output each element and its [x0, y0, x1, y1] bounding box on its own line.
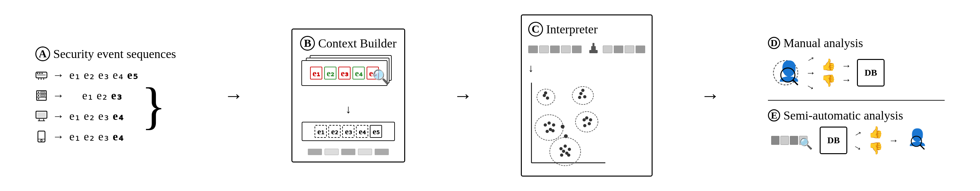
svg-point-48: [585, 116, 588, 120]
arrows-spread-e: → →: [853, 128, 863, 153]
arrow-c-to-de: →: [700, 85, 720, 107]
arrow-right-d: →: [806, 67, 816, 78]
card-front: e₁ e₂ e₃ e₄ e₅ 🔍: [301, 60, 388, 86]
arrow-to-db-2: →: [842, 74, 851, 85]
cluster-2: [570, 83, 596, 108]
section-d-letter: D: [768, 37, 780, 49]
arrow-2: →: [53, 89, 64, 102]
arrow-to-db-1: →: [842, 60, 851, 71]
section-c-title: C Interpreter: [528, 22, 598, 36]
seq-2: e₁ e₂ e₃: [69, 89, 122, 102]
section-de: D Manual analysis 👤: [768, 36, 945, 155]
section-d-content: 👤 → → → 👍 👎: [771, 53, 885, 92]
section-b: B Context Builder e₁ e₂ e₃ e₄ e₅ 🔍 ↓: [291, 28, 405, 163]
svg-rect-15: [40, 95, 45, 96]
section-c: C Interpreter: [521, 14, 652, 177]
arrow-4: →: [53, 130, 64, 143]
tablet-icon: [35, 130, 48, 143]
ibar-r2: [614, 46, 624, 53]
svg-point-47: [588, 122, 591, 125]
svg-point-36: [581, 89, 584, 92]
section-e-label: Semi-automatic analysis: [783, 108, 903, 122]
arrows-spread-d: → → →: [806, 53, 816, 92]
merged-card: e₁ e₂ e₃ e₄ e₅: [302, 122, 395, 141]
thumb-icons-d: 👍 👎: [821, 58, 836, 87]
arrow-to-human-e: →: [889, 135, 898, 146]
merged-e3: e₃: [342, 125, 355, 138]
down-arrow-b: ↓: [345, 103, 351, 116]
ibar-4: [561, 46, 571, 53]
svg-point-59: [567, 153, 570, 157]
down-arrow-c: ↓: [528, 62, 534, 74]
thumb-icons-e: 👍 👎: [869, 126, 883, 155]
stacked-cards: e₁ e₂ e₃ e₄ e₅ 🔍: [300, 55, 396, 97]
stamp-icon: [588, 42, 599, 57]
seq-1: e₁ e₂ e₃ e₄ e₅: [69, 68, 138, 82]
stamp-svg: [588, 42, 599, 54]
seq-3: e₁ e₂ e₃ e₄: [69, 109, 124, 123]
bar-2: [325, 149, 339, 155]
merged-e2: e₂: [328, 125, 340, 138]
human-magnifier-e: 👤: [904, 129, 927, 152]
svg-line-63: [793, 80, 797, 85]
svg-point-54: [559, 147, 563, 150]
svg-point-49: [589, 118, 592, 122]
cluster-area: [528, 79, 609, 169]
ibar-r1: [603, 46, 612, 53]
section-divider: [768, 100, 945, 101]
bar-1: [308, 149, 322, 155]
seq-4: e₁ e₂ e₃ e₄: [69, 130, 124, 143]
semi-bars: 🔍: [771, 136, 807, 145]
section-e-title: E Semi-automatic analysis: [768, 108, 927, 122]
svg-point-5: [37, 73, 38, 74]
db-label-d: DB: [865, 68, 877, 78]
svg-point-53: [550, 137, 581, 166]
svg-point-12: [38, 95, 39, 96]
ibar-3: [550, 46, 560, 53]
arrow-3: →: [53, 109, 64, 123]
svg-point-6: [39, 73, 40, 74]
interp-bars: [528, 46, 582, 53]
arrow-b-to-c: →: [453, 85, 473, 107]
semi-bar-1: [771, 136, 780, 145]
event-row-1: → e₁ e₂ e₃ e₄ e₅: [35, 68, 138, 82]
section-a-label: Security event sequences: [53, 47, 176, 61]
thumbup-e: 👍: [869, 126, 883, 139]
merged-e5: e₅: [370, 125, 382, 138]
section-e-letter: E: [768, 109, 780, 122]
svg-point-46: [582, 118, 586, 122]
event-e3-red: e₃: [338, 67, 350, 79]
section-a: A Security event sequences: [35, 46, 176, 145]
event-rows: → e₁ e₂ e₃ e₄ e₅ →: [35, 67, 138, 145]
section-b-label: Context Builder: [318, 36, 396, 51]
section-e: E Semi-automatic analysis 🔍 DB: [768, 108, 927, 155]
desktop-icon: [35, 110, 48, 122]
semi-bar-3: [790, 136, 798, 145]
arrow-up-right-d: →: [804, 52, 818, 66]
db-shape-d: DB: [857, 59, 885, 87]
svg-point-32: [544, 92, 547, 95]
svg-rect-14: [40, 92, 45, 93]
svg-line-65: [920, 145, 924, 149]
main-diagram: A Security event sequences: [0, 0, 980, 191]
svg-point-44: [551, 129, 555, 133]
svg-point-7: [41, 73, 43, 74]
ibar-2: [539, 46, 549, 53]
bar-3: [341, 149, 355, 155]
svg-point-45: [576, 112, 598, 132]
event-e5-wrapper: e₅ 🔍: [367, 67, 379, 79]
section-b-title: B Context Builder: [300, 36, 396, 51]
ibar-1: [528, 46, 538, 53]
event-e1-red: e₁: [310, 67, 322, 79]
svg-point-35: [583, 95, 586, 98]
magnifier-human: 👤: [771, 58, 800, 87]
cluster-4: [573, 108, 601, 136]
arrow-a-to-b: →: [224, 85, 243, 107]
event-row-4: → e₁ e₂ e₃ e₄: [35, 130, 138, 143]
svg-point-60: [562, 150, 565, 153]
section-d: D Manual analysis 👤: [768, 36, 885, 92]
svg-point-57: [568, 148, 571, 151]
cluster-5: [547, 134, 583, 169]
svg-rect-21: [38, 131, 45, 142]
magnifier-handle-svg: [771, 58, 800, 87]
